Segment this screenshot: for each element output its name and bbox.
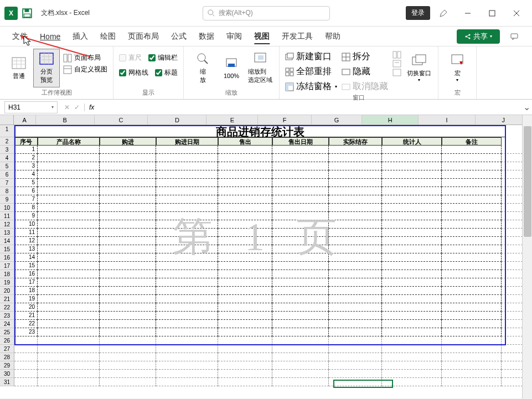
row-header[interactable]: 3 bbox=[0, 146, 14, 154]
cell[interactable] bbox=[218, 336, 272, 345]
column-header-F[interactable]: F bbox=[258, 115, 312, 125]
cell[interactable] bbox=[156, 170, 218, 179]
cell[interactable] bbox=[382, 328, 442, 336]
row-header[interactable]: 25 bbox=[0, 328, 14, 336]
sheet-title-cell[interactable]: 商品进销存统计表 bbox=[14, 125, 506, 137]
cell[interactable] bbox=[218, 253, 272, 262]
cell[interactable] bbox=[442, 170, 502, 179]
cell[interactable]: 14 bbox=[14, 253, 38, 262]
cell[interactable] bbox=[272, 336, 329, 345]
cell[interactable] bbox=[218, 237, 272, 245]
cell[interactable] bbox=[272, 345, 329, 353]
cell[interactable] bbox=[38, 146, 100, 154]
cell[interactable] bbox=[382, 295, 442, 303]
cell[interactable] bbox=[100, 245, 156, 253]
cell[interactable] bbox=[38, 162, 100, 170]
cell[interactable] bbox=[156, 312, 218, 320]
column-header-B[interactable]: B bbox=[36, 115, 95, 125]
cell[interactable] bbox=[100, 345, 156, 353]
column-header-G[interactable]: G bbox=[312, 115, 362, 125]
cell[interactable]: 22 bbox=[14, 320, 38, 328]
cell[interactable] bbox=[442, 154, 502, 162]
cell[interactable] bbox=[442, 303, 502, 312]
macros-button[interactable]: 宏 ▾ bbox=[444, 49, 471, 87]
cell[interactable] bbox=[442, 146, 502, 154]
cell[interactable] bbox=[14, 361, 38, 370]
row-header[interactable]: 28 bbox=[0, 353, 14, 361]
row-header[interactable]: 23 bbox=[0, 312, 14, 320]
cell[interactable] bbox=[272, 361, 329, 370]
close-button[interactable] bbox=[505, 4, 528, 22]
table-header-cell[interactable]: 序号 bbox=[14, 137, 38, 146]
cell[interactable] bbox=[442, 245, 502, 253]
cell[interactable] bbox=[329, 278, 382, 287]
new-window-button[interactable]: 新建窗口 bbox=[285, 51, 337, 63]
cell[interactable] bbox=[442, 204, 502, 212]
cell[interactable] bbox=[38, 245, 100, 253]
cell[interactable] bbox=[38, 312, 100, 320]
cell[interactable]: 8 bbox=[14, 204, 38, 212]
cell[interactable] bbox=[442, 195, 502, 204]
cell[interactable] bbox=[442, 287, 502, 295]
cell[interactable] bbox=[329, 287, 382, 295]
tab-insert[interactable]: 插入 bbox=[67, 29, 94, 44]
cell[interactable] bbox=[442, 212, 502, 220]
cell[interactable] bbox=[100, 237, 156, 245]
row-header[interactable]: 15 bbox=[0, 245, 14, 253]
cell[interactable] bbox=[218, 245, 272, 253]
save-icon[interactable] bbox=[22, 8, 32, 18]
cell[interactable] bbox=[329, 353, 382, 361]
cell[interactable]: 19 bbox=[14, 295, 38, 303]
cell[interactable]: 2 bbox=[14, 154, 38, 162]
cell[interactable] bbox=[156, 295, 218, 303]
cell[interactable] bbox=[218, 179, 272, 187]
cell[interactable] bbox=[442, 295, 502, 303]
cell[interactable] bbox=[218, 262, 272, 270]
maximize-button[interactable] bbox=[481, 4, 503, 22]
cell[interactable] bbox=[329, 220, 382, 229]
cell[interactable] bbox=[38, 328, 100, 336]
cell[interactable] bbox=[382, 204, 442, 212]
zoom-button[interactable]: 缩 放 bbox=[189, 49, 216, 87]
cell[interactable] bbox=[156, 146, 218, 154]
headings-checkbox[interactable]: 标题 bbox=[155, 68, 178, 77]
cell[interactable] bbox=[272, 146, 329, 154]
cell[interactable]: 15 bbox=[14, 262, 38, 270]
column-header-H[interactable]: H bbox=[362, 115, 419, 125]
cell[interactable] bbox=[382, 229, 442, 237]
cell[interactable] bbox=[156, 328, 218, 336]
row-header[interactable]: 11 bbox=[0, 212, 14, 220]
cell[interactable] bbox=[272, 179, 329, 187]
cell[interactable] bbox=[382, 212, 442, 220]
cell[interactable] bbox=[329, 270, 382, 278]
row-header[interactable]: 13 bbox=[0, 229, 14, 237]
cell[interactable]: 9 bbox=[14, 212, 38, 220]
cell[interactable] bbox=[329, 212, 382, 220]
row-header[interactable]: 4 bbox=[0, 154, 14, 162]
formula-input[interactable] bbox=[99, 101, 521, 113]
cell[interactable] bbox=[218, 204, 272, 212]
page-layout-view-button[interactable]: 页面布局 bbox=[63, 53, 107, 63]
cell[interactable] bbox=[382, 187, 442, 195]
cell[interactable] bbox=[218, 295, 272, 303]
cell[interactable] bbox=[442, 162, 502, 170]
cell[interactable] bbox=[382, 370, 442, 378]
row-header[interactable]: 29 bbox=[0, 361, 14, 370]
cell[interactable] bbox=[382, 170, 442, 179]
cell[interactable] bbox=[272, 287, 329, 295]
cell[interactable] bbox=[38, 353, 100, 361]
cell[interactable] bbox=[382, 237, 442, 245]
tab-view[interactable]: 视图 bbox=[249, 29, 275, 44]
table-header-cell[interactable]: 统计人 bbox=[382, 137, 442, 146]
cell[interactable] bbox=[442, 262, 502, 270]
chevron-down-icon[interactable]: ▾ bbox=[51, 105, 54, 110]
cell[interactable] bbox=[382, 253, 442, 262]
cell[interactable] bbox=[382, 320, 442, 328]
cell[interactable] bbox=[272, 187, 329, 195]
fx-label[interactable]: fx bbox=[84, 103, 99, 111]
cell[interactable] bbox=[272, 320, 329, 328]
cell[interactable] bbox=[100, 162, 156, 170]
cell[interactable] bbox=[156, 220, 218, 229]
cell[interactable] bbox=[272, 278, 329, 287]
cell[interactable] bbox=[218, 278, 272, 287]
